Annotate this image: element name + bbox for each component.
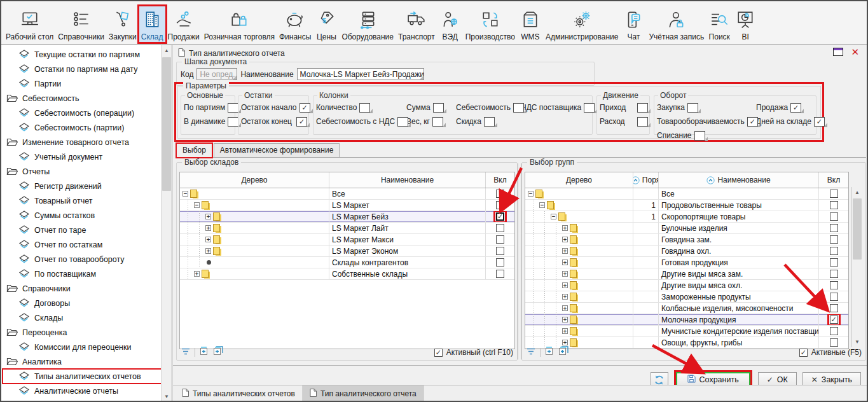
sidebar-item[interactable]: Текущие остатки по партиям xyxy=(1,47,161,62)
toolbar-item-13[interactable]: WMS xyxy=(518,6,543,42)
group-row[interactable]: +Замороженные продукты xyxy=(525,291,848,303)
param-checkbox[interactable] xyxy=(484,117,495,127)
expand-icon[interactable]: + xyxy=(205,214,211,219)
row-checkbox[interactable] xyxy=(830,201,838,209)
param-checkbox[interactable] xyxy=(300,103,310,113)
collapse-icon[interactable]: − xyxy=(551,214,556,219)
sidebar-item[interactable]: Отчет по таре xyxy=(1,223,161,237)
toolbar-item-10[interactable]: Транспорт xyxy=(396,6,437,42)
row-checkbox[interactable] xyxy=(496,235,504,244)
column-header[interactable]: Вкл xyxy=(486,172,514,188)
sidebar-item[interactable]: Учетный документ xyxy=(1,149,161,164)
row-checkbox[interactable] xyxy=(830,293,838,301)
param-checkbox[interactable] xyxy=(584,103,595,113)
param-checkbox[interactable] xyxy=(790,103,801,113)
expand-icon[interactable] xyxy=(199,346,209,359)
param-checkbox[interactable] xyxy=(228,103,238,113)
expand-icon[interactable]: + xyxy=(562,260,568,265)
sidebar-item[interactable]: По поставщикам xyxy=(1,267,161,281)
expand-all-icon[interactable] xyxy=(212,346,224,359)
warehouse-row[interactable]: −LS Маркет xyxy=(180,200,514,211)
row-checkbox[interactable] xyxy=(496,258,504,267)
close-window-icon[interactable]: ✕ xyxy=(851,48,859,56)
param-checkbox[interactable] xyxy=(296,117,307,127)
toolbar-item-7[interactable]: Финансы xyxy=(277,6,313,42)
maximize-icon[interactable] xyxy=(833,48,843,56)
expand-icon[interactable]: + xyxy=(562,340,568,345)
expand-icon[interactable]: + xyxy=(562,317,568,322)
toolbar-item-15[interactable]: Чат xyxy=(621,6,646,42)
scrollbar-thumb[interactable] xyxy=(853,198,862,260)
row-checkbox[interactable] xyxy=(496,224,504,232)
expand-icon[interactable]: + xyxy=(562,328,568,334)
sidebar-item[interactable]: Отчеты xyxy=(1,164,161,179)
column-header[interactable]: Вкл xyxy=(819,172,848,188)
group-row[interactable]: +Молочная продукция xyxy=(525,314,848,326)
toolbar-item-12[interactable]: Производство xyxy=(464,6,517,42)
row-checkbox[interactable] xyxy=(496,247,504,255)
scrollbar-thumb[interactable] xyxy=(162,57,171,191)
param-checkbox[interactable] xyxy=(694,131,705,141)
warehouse-row[interactable]: Склады контрагентов xyxy=(180,257,514,268)
row-checkbox[interactable] xyxy=(830,315,838,324)
sidebar-item[interactable]: Договоры xyxy=(1,296,161,310)
param-checkbox[interactable] xyxy=(228,117,238,127)
sidebar-item[interactable]: Себестоимость (партии) xyxy=(1,120,161,135)
sidebar-item[interactable]: Справочники xyxy=(1,281,161,296)
row-checkbox[interactable] xyxy=(830,190,838,198)
expand-icon[interactable]: + xyxy=(562,305,568,311)
param-checkbox[interactable] xyxy=(397,117,408,127)
row-checkbox[interactable] xyxy=(830,212,838,221)
expand-all-icon[interactable] xyxy=(558,346,569,359)
collapse-icon[interactable]: − xyxy=(539,202,545,208)
name-field[interactable]: Молочка-LS Маркет Бейз-Продажи xyxy=(297,68,424,80)
row-checkbox[interactable] xyxy=(496,190,504,198)
row-checkbox[interactable] xyxy=(830,338,838,347)
group-row[interactable]: +Готовая продукция xyxy=(525,257,848,268)
sidebar-item[interactable]: Регистр движений xyxy=(1,179,161,193)
collapse-icon[interactable]: − xyxy=(528,191,534,197)
sidebar-item[interactable]: Отчет по остаткам xyxy=(1,237,161,252)
scroll-up-icon[interactable]: ▲ xyxy=(162,45,172,56)
toolbar-item-4[interactable]: Склад xyxy=(139,6,165,42)
warehouse-row[interactable]: +LS Маркет Макси xyxy=(180,234,514,246)
toolbar-item-9[interactable]: Оборудование xyxy=(340,6,396,42)
active-filter-checkbox[interactable] xyxy=(799,349,808,357)
param-checkbox[interactable] xyxy=(814,117,825,127)
param-checkbox[interactable] xyxy=(687,103,698,113)
sidebar-item[interactable]: Себестоимость xyxy=(1,91,161,106)
column-header[interactable]: Дерево xyxy=(180,172,329,188)
scroll-down-icon[interactable]: ▼ xyxy=(852,336,862,347)
expand-icon[interactable]: + xyxy=(562,282,568,288)
tab-auto-formation[interactable]: Автоматическое формирование xyxy=(214,143,340,157)
toolbar-item-14[interactable]: Администрирование xyxy=(544,6,620,42)
param-checkbox[interactable] xyxy=(637,103,648,113)
param-checkbox[interactable] xyxy=(432,117,443,127)
collapse-icon[interactable]: − xyxy=(194,202,200,208)
row-checkbox[interactable] xyxy=(830,270,838,278)
group-row[interactable]: +Другие виды мяса зам. xyxy=(525,268,848,280)
sidebar-item[interactable]: Аналитика xyxy=(1,354,161,369)
expand-icon[interactable]: + xyxy=(562,248,568,254)
sidebar-item[interactable]: Изменение товарного отчета xyxy=(1,135,161,149)
row-checkbox[interactable] xyxy=(496,270,504,278)
toolbar-item-17[interactable]: Поиск xyxy=(706,6,732,42)
groups-scrollbar[interactable]: ▲ ▼ xyxy=(851,187,862,347)
code-field[interactable]: Не опред... xyxy=(196,68,237,80)
expand-icon[interactable]: + xyxy=(205,248,211,254)
param-checkbox[interactable] xyxy=(513,103,524,113)
row-checkbox[interactable] xyxy=(830,327,838,335)
sidebar-item[interactable]: Товарный отчет xyxy=(1,193,161,208)
group-row[interactable]: +Колбасные изделия, мясокопчености xyxy=(525,303,848,314)
group-row[interactable]: −Все xyxy=(525,188,848,200)
warehouse-row[interactable]: +LS Маркет Эконом xyxy=(180,246,514,257)
toolbar-item-11[interactable]: ВЭД xyxy=(437,6,463,42)
sidebar-item[interactable]: Отчет по товарообороту xyxy=(1,252,161,267)
expand-icon[interactable]: + xyxy=(194,271,200,277)
toolbar-item-16[interactable]: Учётная запись xyxy=(647,6,706,42)
expand-icon[interactable]: + xyxy=(205,237,211,242)
bottom-tab-report-types[interactable]: Типы аналитических отчетов xyxy=(175,385,303,402)
group-row[interactable]: −1Продовольственные товары xyxy=(525,200,848,211)
row-checkbox[interactable] xyxy=(496,212,504,221)
row-checkbox[interactable] xyxy=(830,281,838,289)
